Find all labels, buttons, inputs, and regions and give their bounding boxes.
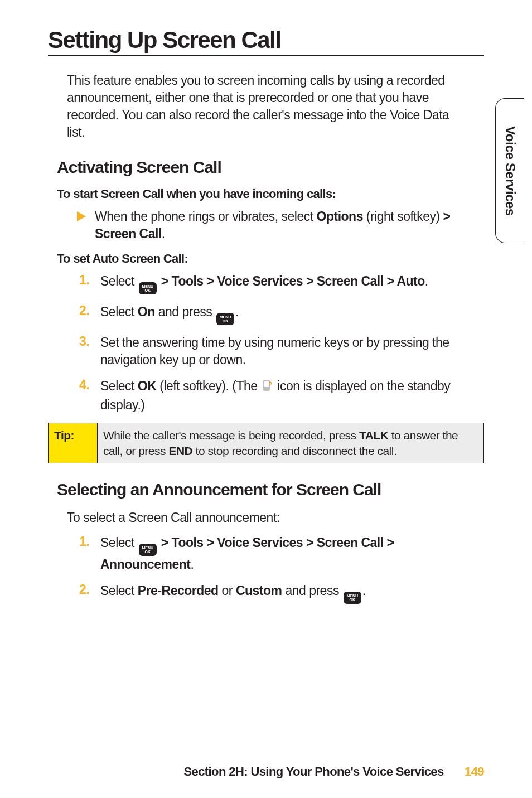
s2-or: or [219,583,236,598]
step-item: 2. Select Pre-Recorded or Custom and pre… [79,582,484,604]
s4-pre: Select [100,379,138,393]
bullet-options: Options [317,209,363,224]
tip-talk: TALK [359,429,388,442]
menu-key-top: MENU [220,315,231,319]
step-body: Select Pre-Recorded or Custom and press … [100,582,366,604]
step-body: Select MENUOK > Tools > Voice Services >… [100,273,428,294]
page-footer: Section 2H: Using Your Phone's Voice Ser… [0,765,484,779]
menu-key-label: MENUOK [142,284,154,292]
triangle-bullet-icon [77,211,86,221]
menu-key-top: MENU [142,284,154,288]
step-number: 3. [79,334,100,349]
s2-post: . [362,583,366,598]
subhead-set-auto: To set Auto Screen Call: [57,252,484,266]
tip-label: Tip: [49,423,98,463]
step-number: 2. [79,303,100,318]
step-body: Select OK (left softkey). (The icon is d… [100,378,484,414]
s1-post: . [425,274,428,288]
step-number: 1. [79,534,100,549]
s2-a: Pre-Recorded [138,583,219,598]
tip-pre: While the caller's message is being reco… [103,429,359,442]
step-item: 3. Set the answering time by using numer… [79,334,484,369]
tip-post: to stop recording and disconnect the cal… [192,444,396,457]
s1-post: . [190,557,194,572]
menu-key-icon: MENUOK [344,592,361,604]
s4-mid: (left softkey). (The [156,379,260,393]
menu-key-top: MENU [347,594,359,598]
steps-list-2: 1. Select MENUOK > Tools > Voice Service… [79,534,484,604]
s4-ok: OK [138,379,157,393]
step-number: 1. [79,273,100,288]
footer-section: Section 2H: Using Your Phone's Voice Ser… [184,765,444,778]
bullet-mid: (right softkey) [363,209,443,224]
menu-key-bottom: OK [350,598,356,602]
page-title: Setting Up Screen Call [48,27,484,54]
menu-key-icon: MENUOK [139,282,157,294]
step-body: Select MENUOK > Tools > Voice Services >… [100,534,484,573]
step-body: Set the answering time by using numeric … [100,334,484,369]
intro-paragraph: This feature enables you to screen incom… [67,72,457,141]
s2-pre: Select [100,583,138,598]
steps-list-1: 1. Select MENUOK > Tools > Voice Service… [79,273,484,414]
menu-key-bottom: OK [223,319,229,323]
footer-page-number: 149 [465,765,484,778]
svg-rect-2 [264,381,269,387]
heading-selecting-announcement: Selecting an Announcement for Screen Cal… [57,480,484,499]
bullet-post: . [162,226,165,241]
heading-activating: Activating Screen Call [57,158,484,177]
s1-path: > Tools > Voice Services > Screen Call >… [158,274,425,288]
screen-call-icon [262,379,273,396]
bullet-text: When the phone rings or vibrates, select… [95,208,484,243]
menu-key-bottom: OK [145,550,151,554]
bullet-item: When the phone rings or vibrates, select… [77,208,484,243]
menu-key-label: MENUOK [142,546,154,554]
s2-b: Custom [236,583,282,598]
menu-key-bottom: OK [145,288,151,292]
step-body: Select On and press MENUOK. [100,303,239,325]
menu-key-top: MENU [142,546,154,550]
s2-mid: and press [155,304,215,319]
menu-key-icon: MENUOK [139,544,157,556]
subhead-start-screen-call: To start Screen Call when you have incom… [57,187,484,201]
title-rule [48,55,484,56]
announcement-lead: To select a Screen Call announcement: [67,509,484,526]
menu-key-icon: MENUOK [216,313,234,325]
s1-pre: Select [100,535,138,550]
s2-pre: Select [100,304,138,319]
side-tab-label: Voice Services [502,126,518,216]
step-item: 4. Select OK (left softkey). (The icon i… [79,378,484,414]
s2-mid: and press [282,583,342,598]
tip-box: Tip: While the caller's message is being… [48,423,484,463]
bullet-pre: When the phone rings or vibrates, select [95,209,317,224]
step-item: 2. Select On and press MENUOK. [79,303,484,325]
step-number: 4. [79,378,100,393]
menu-key-label: MENUOK [220,315,231,323]
s2-post: . [235,304,239,319]
s1-pre: Select [100,274,138,288]
step-item: 1. Select MENUOK > Tools > Voice Service… [79,273,484,294]
side-tab: Voice Services [495,98,524,243]
step-item: 1. Select MENUOK > Tools > Voice Service… [79,534,484,573]
step-number: 2. [79,582,100,597]
tip-body: While the caller's message is being reco… [98,423,484,463]
menu-key-label: MENUOK [347,594,359,602]
tip-end: END [168,444,192,457]
s2-on: On [138,304,155,319]
svg-marker-0 [77,211,86,221]
